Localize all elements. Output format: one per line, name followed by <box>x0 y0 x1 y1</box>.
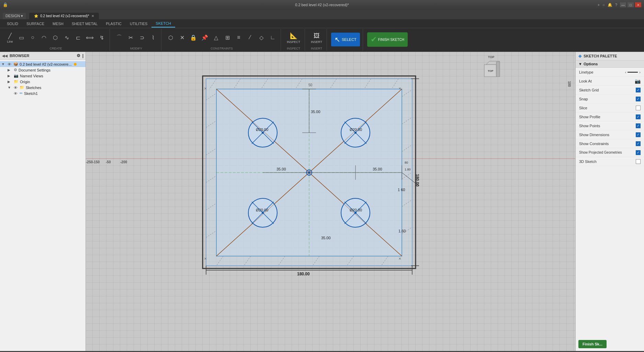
bell-icon[interactable]: 🔔 <box>608 3 612 7</box>
show-dimensions-checkbox[interactable]: ✓ <box>636 132 641 137</box>
break-tool[interactable]: ⌇ <box>148 33 158 43</box>
select-tool[interactable]: ↖ SELECT <box>331 33 360 46</box>
main-layout: ◀◀ BROWSER ⚙ | ▼ 👁 📦 0.2 bed level #2 (v… <box>0 52 644 351</box>
palette-finish-sketch-button[interactable]: Finish Sk... <box>578 340 607 348</box>
browser-pin-icon[interactable]: | <box>82 53 83 58</box>
spline-tool[interactable]: ∿ <box>61 33 72 43</box>
vertical-tool[interactable]: ⊞ <box>222 33 233 43</box>
svg-text:TOP: TOP <box>488 69 494 73</box>
show-constraints-checkbox[interactable]: ✓ <box>636 141 641 146</box>
fillet-tool[interactable]: ⌒ <box>114 33 124 43</box>
browser-options-icon[interactable]: ⚙ <box>77 53 80 58</box>
horizontal-tool[interactable]: △ <box>211 33 221 43</box>
svg-text:180.00: 180.00 <box>297 272 310 276</box>
circle-tool[interactable]: ○ <box>27 33 38 42</box>
look-at-control[interactable]: 📷 <box>635 78 641 84</box>
tree-item-sketch1[interactable]: 👁 ✏ Sketch1 <box>0 90 86 96</box>
svg-text:35.00: 35.00 <box>276 167 286 171</box>
palette-row-slice: Slice <box>576 103 644 112</box>
options-collapse-icon: ▼ <box>578 62 582 66</box>
browser-collapse-icon[interactable]: ◀◀ <box>2 54 8 58</box>
snap-checkbox[interactable]: ✓ <box>636 97 641 101</box>
tab-utilities[interactable]: UTILITIES <box>126 20 151 27</box>
inspect-label: INSPECT <box>287 47 300 51</box>
sketch-grid-checkbox[interactable]: ✓ <box>636 88 641 92</box>
expand-icon-origin[interactable]: ▶ <box>8 80 12 84</box>
named-views-label: Named Views <box>20 74 43 78</box>
parallel-tool[interactable]: ◇ <box>256 33 267 43</box>
tab-mesh[interactable]: MESH <box>48 20 68 27</box>
insert-image-tool[interactable]: 🖼INSERT <box>309 31 324 45</box>
insert-label: INSERT <box>311 47 322 51</box>
ribbon-group-modify: ⌒ ✂ ⊃ ⌇ MODIFY <box>111 29 161 51</box>
options-section-header[interactable]: ▼ Options <box>576 60 644 68</box>
arc-tool[interactable]: ◠ <box>39 33 49 43</box>
fix-tool[interactable]: 📌 <box>200 33 210 43</box>
viewport-canvas[interactable]: 100 -50 -150 -200 -250 <box>86 52 575 351</box>
rectangle-tool[interactable]: ▭ <box>16 33 26 43</box>
expand-icon-root[interactable]: ▼ <box>1 62 6 66</box>
tangent-tool[interactable]: ≡ <box>234 33 244 42</box>
eye-icon-sketches[interactable]: 👁 <box>14 86 18 90</box>
tab-surface[interactable]: SURFACE <box>22 20 48 27</box>
maximize-button[interactable]: □ <box>628 2 634 7</box>
line-tool[interactable]: ╱Line <box>5 32 15 44</box>
expand-icon-views[interactable]: ▶ <box>8 74 12 78</box>
tree-item-sketches[interactable]: ▼ 👁 📁 Sketches <box>0 85 86 90</box>
mirror-tool[interactable]: ⟺ <box>84 33 95 43</box>
look-at-button[interactable]: 📷 <box>635 78 641 84</box>
linetype-right-arrow[interactable]: › <box>639 70 641 74</box>
extend-tool[interactable]: ⊃ <box>137 33 147 43</box>
show-projected-checkbox[interactable]: ✓ <box>636 150 641 155</box>
collinear-tool[interactable]: ✕ <box>177 33 187 43</box>
svg-text:1.80: 1.80 <box>405 168 411 171</box>
measure-tool[interactable]: 📐INSPECT <box>285 31 302 45</box>
create-label: CREATE <box>50 47 62 51</box>
eye-icon-sketch1[interactable]: 👁 <box>14 91 18 96</box>
tree-item-origin[interactable]: ▶ 📁 Origin <box>0 79 86 85</box>
notifications-icon[interactable]: + <box>598 3 600 7</box>
tree-item-named-views[interactable]: ▶ 📷 Named Views <box>0 73 86 79</box>
offset-tool[interactable]: ⊏ <box>73 33 83 43</box>
finish-sketch-button[interactable]: ✔ FINISH SKETCH <box>367 32 408 47</box>
show-points-checkbox[interactable]: ✓ <box>636 123 641 128</box>
tab-plastic[interactable]: PLASTIC <box>102 20 126 27</box>
expand-icon-doc[interactable]: ▶ <box>8 68 12 72</box>
minimize-button[interactable]: — <box>620 2 626 7</box>
linetype-label: Linetype <box>579 70 594 74</box>
tab-close-icon[interactable]: ✕ <box>91 14 94 18</box>
view-cube-top-label: TOP <box>481 55 501 59</box>
cube-svg: TOP <box>481 59 501 78</box>
eye-icon-root[interactable]: 👁 <box>8 62 11 66</box>
3d-sketch-checkbox[interactable] <box>636 159 641 164</box>
linetype-left-arrow[interactable]: ‹ <box>625 70 626 74</box>
tab-sheet-metal[interactable]: SHEET METAL <box>68 20 102 27</box>
project-tool[interactable]: ↯ <box>97 33 107 43</box>
palette-header: ◈ SKETCH PALETTE <box>576 52 644 60</box>
tab-sketch[interactable]: SKETCH <box>151 20 175 28</box>
sketch-icon: ✏ <box>20 91 23 96</box>
view-cube[interactable]: TOP TOP <box>481 55 501 79</box>
svg-text:Ø20.00: Ø20.00 <box>256 128 268 132</box>
root-label: 0.2 bed level #2 (v2-recovere... <box>20 62 72 66</box>
tab-solid[interactable]: SOLID <box>3 20 22 27</box>
active-tab-label: 0.2 bed level #2 (v2-recovered)* <box>40 14 89 18</box>
slice-checkbox[interactable] <box>636 106 641 110</box>
perpendicular-tool[interactable]: ∟ <box>268 33 278 42</box>
design-dropdown[interactable]: DESIGN ▾ <box>3 13 26 19</box>
polygon-tool[interactable]: ⬡ <box>50 33 60 43</box>
tree-item-doc-settings[interactable]: ▶ ⚙ Document Settings <box>0 67 86 73</box>
tree-item-root[interactable]: ▼ 👁 📦 0.2 bed level #2 (v2-recovere... <box>0 61 86 67</box>
ribbon-group-create: ╱Line ▭ ○ ◠ ⬡ ∿ ⊏ ⟺ ↯ CREATE <box>2 29 110 51</box>
show-profile-checkbox[interactable]: ✓ <box>636 114 641 119</box>
viewport[interactable]: 100 -50 -150 -200 -250 <box>86 52 575 351</box>
expand-icon-sketches[interactable]: ▼ <box>8 86 12 89</box>
account-icon[interactable]: ○ <box>602 3 605 7</box>
equal-tool[interactable]: ∕ <box>245 33 255 42</box>
coincident-tool[interactable]: ⬡ <box>166 33 176 43</box>
help-icon[interactable]: ? <box>615 3 617 7</box>
concentric-tool[interactable]: 🔒 <box>188 33 199 43</box>
close-button[interactable]: ✕ <box>635 2 641 7</box>
trim-tool[interactable]: ✂ <box>125 33 136 43</box>
palette-row-show-dimensions: Show Dimensions ✓ <box>576 130 644 139</box>
